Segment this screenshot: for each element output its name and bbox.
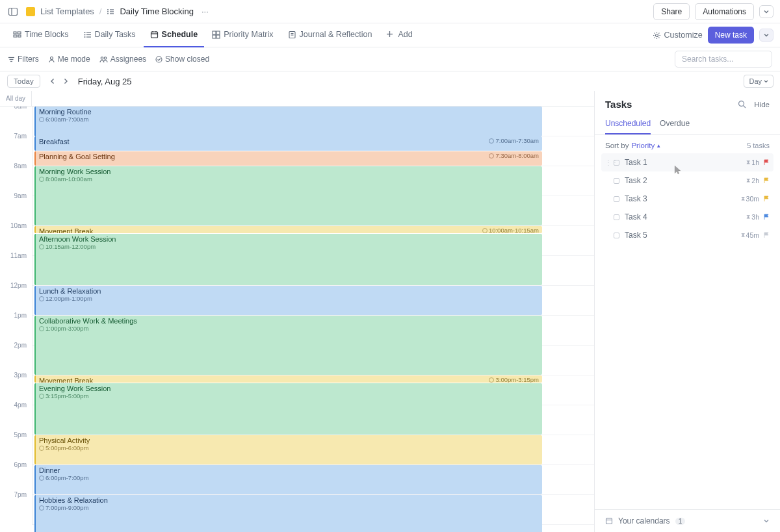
priority-flag-icon[interactable]	[763, 196, 770, 202]
me-mode-button[interactable]: Me mode	[48, 55, 90, 64]
task-item[interactable]: ⋮⋮ Task 1 ⧗1h	[601, 153, 774, 171]
clock-icon	[39, 177, 44, 182]
clock-icon	[39, 326, 44, 331]
svg-point-4	[107, 13, 109, 14]
svg-rect-9	[18, 32, 21, 34]
svg-point-35	[50, 57, 53, 59]
search-input[interactable]	[675, 51, 772, 68]
tab-daily-tasks[interactable]: Daily Tasks	[77, 23, 142, 47]
tab-overdue[interactable]: Overdue	[660, 115, 690, 134]
event-block[interactable]: Movement Break10:00am-10:15am	[34, 226, 542, 233]
task-status-icon[interactable]	[614, 196, 619, 202]
event-block[interactable]: Afternoon Work Session10:15am-12:00pm	[34, 234, 542, 285]
time-gutter: 6am7am8am9am10am11am12pm1pm2pm3pm4pm5pm6…	[0, 107, 32, 525]
priority-flag-icon[interactable]	[763, 177, 770, 184]
priority-flag-icon[interactable]	[763, 232, 770, 238]
event-time: 3:00pm-3:15pm	[489, 376, 539, 383]
chevron-down-icon	[763, 518, 770, 524]
breadcrumb-more-icon[interactable]: ···	[199, 5, 211, 18]
your-calendars[interactable]: Your calendars 1	[595, 509, 780, 532]
event-block[interactable]: Evening Work Session3:15pm-5:00pm	[34, 383, 542, 435]
tasks-title: Tasks	[605, 99, 632, 110]
customize-button[interactable]: Customize	[653, 31, 703, 40]
automations-caret[interactable]	[759, 5, 774, 18]
event-block[interactable]: Movement Break3:00pm-3:15pm	[34, 375, 542, 383]
show-closed-button[interactable]: Show closed	[155, 55, 209, 64]
svg-line-40	[744, 106, 746, 108]
new-task-button[interactable]: New task	[708, 27, 754, 44]
event-title: Movement Break	[39, 377, 93, 383]
hour-label: 6pm	[0, 461, 32, 491]
next-arrow-icon[interactable]	[61, 76, 70, 86]
clock-icon	[39, 505, 44, 511]
svg-rect-18	[151, 32, 157, 38]
hour-label: 2pm	[0, 342, 32, 372]
tab-add[interactable]: Add	[380, 23, 419, 47]
tab-time-blocks[interactable]: Time Blocks	[6, 23, 75, 47]
priority-flag-icon[interactable]	[763, 214, 770, 220]
tab-unscheduled[interactable]: Unscheduled	[605, 115, 651, 134]
tab-schedule[interactable]: Schedule	[144, 23, 205, 47]
tab-journal[interactable]: Journal & Reflection	[281, 23, 379, 47]
svg-rect-24	[213, 35, 216, 38]
task-item[interactable]: ⋮⋮ Task 4 ⧗3h	[601, 208, 774, 226]
hour-label: 5pm	[0, 431, 32, 461]
search-box	[675, 51, 772, 68]
sort-value[interactable]: Priority	[631, 142, 655, 149]
tab-label: Journal & Reflection	[300, 30, 372, 39]
task-status-icon[interactable]	[614, 178, 619, 184]
event-title: Hobbies & Relaxation	[39, 496, 539, 504]
task-item[interactable]: ⋮⋮ Task 5 ⧗45m	[601, 226, 774, 244]
svg-rect-11	[18, 35, 21, 37]
top-bar: List Templates / Daily Time Blocking ···…	[0, 0, 780, 23]
filters-button[interactable]: Filters	[8, 55, 39, 64]
hour-label: 10am	[0, 222, 32, 252]
event-time: 5:00pm-6:00pm	[39, 444, 539, 451]
svg-point-14	[84, 36, 85, 38]
event-block[interactable]: Hobbies & Relaxation7:00pm-9:00pm	[34, 495, 542, 532]
drag-handle-icon[interactable]: ⋮⋮	[605, 159, 612, 166]
event-block[interactable]: Lunch & Relaxation12:00pm-1:00pm	[34, 286, 542, 315]
task-status-icon[interactable]	[614, 233, 619, 238]
automations-button[interactable]: Automations	[695, 3, 754, 20]
range-select[interactable]: Day	[744, 75, 774, 88]
task-name: Task 1	[625, 158, 647, 167]
event-block[interactable]: Planning & Goal Setting7:30am-8:00am	[34, 151, 542, 166]
events-column: Morning Routine6:00am-7:00amBreakfast7:0…	[32, 107, 594, 525]
share-button[interactable]: Share	[653, 3, 690, 20]
event-block[interactable]: Morning Work Session8:00am-10:00am	[34, 166, 542, 225]
sort-caret-icon[interactable]: ▲	[656, 143, 661, 149]
breadcrumb-folder[interactable]: List Templates	[40, 6, 94, 16]
event-block[interactable]: Morning Routine6:00am-7:00am	[34, 107, 542, 136]
task-status-icon[interactable]	[614, 160, 619, 166]
allday-row: All day	[0, 91, 594, 107]
svg-point-37	[104, 57, 107, 59]
task-duration: ⧗1h	[746, 158, 759, 166]
event-block[interactable]: Dinner6:00pm-7:00pm	[34, 465, 542, 494]
hide-button[interactable]: Hide	[754, 101, 770, 108]
priority-flag-icon[interactable]	[763, 159, 770, 166]
calendar-grid[interactable]: 6am7am8am9am10am11am12pm1pm2pm3pm4pm5pm6…	[0, 107, 594, 532]
event-title: Physical Activity	[39, 437, 539, 444]
breadcrumb-list[interactable]: Daily Time Blocking	[120, 6, 193, 16]
prev-arrow-icon[interactable]	[48, 76, 57, 86]
task-item[interactable]: ⋮⋮ Task 3 ⧗30m	[601, 190, 774, 208]
main: All day 6am7am8am9am10am11am12pm1pm2pm3p…	[0, 91, 780, 532]
calendar: All day 6am7am8am9am10am11am12pm1pm2pm3p…	[0, 91, 595, 532]
event-title: Morning Routine	[39, 108, 539, 116]
event-time: 6:00pm-7:00pm	[39, 474, 539, 481]
assignees-button[interactable]: Assignees	[99, 55, 146, 64]
today-button[interactable]: Today	[7, 75, 40, 88]
sidebar-toggle-icon[interactable]	[6, 5, 20, 18]
tab-priority-matrix[interactable]: Priority Matrix	[205, 23, 280, 47]
event-block[interactable]: Physical Activity5:00pm-6:00pm	[34, 435, 542, 464]
task-status-icon[interactable]	[614, 214, 619, 220]
search-icon[interactable]	[738, 100, 746, 108]
event-block[interactable]: Breakfast7:00am-7:30am	[34, 136, 542, 151]
new-task-caret[interactable]	[759, 29, 774, 42]
task-item[interactable]: ⋮⋮ Task 2 ⧗2h	[601, 171, 774, 190]
event-block[interactable]: Collaborative Work & Meetings1:00pm-3:00…	[34, 316, 542, 375]
svg-point-31	[655, 34, 658, 36]
task-name: Task 5	[625, 231, 647, 240]
event-title: Collaborative Work & Meetings	[39, 317, 539, 325]
